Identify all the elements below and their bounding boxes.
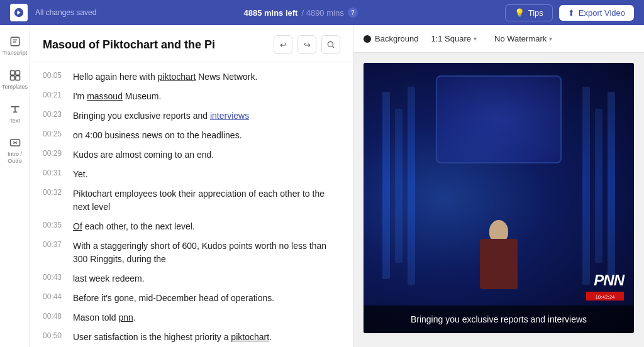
table-row: 00:35 Of each other, to the next level. — [30, 217, 353, 236]
pillar — [395, 109, 402, 263]
transcript-actions: ↩ ↪ — [274, 35, 340, 54]
info-icon[interactable]: ? — [348, 8, 358, 18]
export-label: Export Video — [579, 8, 625, 18]
back-screen — [436, 75, 562, 163]
transcript-link[interactable]: interviews — [210, 111, 249, 121]
mins-left: 4885 mins left — [243, 8, 297, 18]
timestamp: 00:32 — [43, 187, 65, 197]
background-indicator: Background — [364, 34, 418, 43]
transcript-text: I'm massoud Museum. — [73, 90, 161, 103]
transcript-header: Masoud of Piktochart and the Pi ↩ ↪ — [30, 25, 353, 62]
transcript-title: Masoud of Piktochart and the Pi — [43, 38, 267, 52]
timestamp: 00:44 — [43, 292, 65, 301]
transcript-text: With a staggeringly short of 600, Kudos … — [73, 240, 340, 266]
table-row: 00:31 Yet. — [30, 165, 353, 184]
sidebar-text-label: Text — [9, 118, 20, 124]
search-button[interactable] — [321, 35, 340, 54]
sidebar-item-templates[interactable]: Templates — [0, 64, 30, 96]
transcript-text: Hello again here with piktochart News Ne… — [73, 70, 257, 84]
underline-word: piktochart — [231, 332, 269, 342]
svg-rect-6 — [10, 76, 14, 80]
timestamp: 00:43 — [43, 272, 65, 282]
subtitle-text: Bringing you exclusive reports and inter… — [411, 314, 587, 324]
svg-rect-4 — [10, 70, 14, 75]
timestamp: 00:35 — [43, 220, 65, 229]
sidebar-transcript-label: Transcript — [3, 50, 28, 57]
bottom-area — [353, 343, 644, 347]
timestamp: 00:25 — [43, 129, 65, 138]
transcript-text: Of each other, to the next level. — [73, 220, 195, 233]
svg-point-9 — [328, 41, 333, 47]
right-pillars — [582, 75, 615, 295]
aspect-ratio-label: 1:1 Square — [431, 34, 471, 43]
table-row: 00:32 Piktochart employees took their ap… — [30, 184, 353, 217]
left-pillars — [382, 75, 415, 295]
timestamp: 00:05 — [43, 70, 65, 80]
table-row: 00:29 Kudos are almost coming to an end. — [30, 145, 353, 165]
background-label: Background — [375, 34, 418, 43]
timestamp: 00:50 — [43, 331, 65, 340]
timestamp: 00:37 — [43, 240, 65, 249]
timestamp: 00:31 — [43, 168, 65, 177]
timestamp: 00:23 — [43, 109, 65, 119]
right-panel: Background 1:1 Square ▾ No Watermark ▾ — [353, 25, 644, 347]
transcript-text: Kudos are almost coming to an end. — [73, 148, 214, 162]
tips-button[interactable]: 💡 Tips — [505, 4, 553, 21]
chevron-down-icon: ▾ — [549, 35, 552, 42]
tips-icon: 💡 — [514, 8, 525, 18]
topbar-right: 💡 Tips ⬆ Export Video — [505, 4, 634, 21]
svg-line-10 — [333, 47, 335, 48]
transcript-text: on 4:00 business news on to the headline… — [73, 129, 242, 142]
watermark-dropdown[interactable]: No Watermark ▾ — [489, 31, 557, 46]
transcript-body[interactable]: 00:05 Hello again here with piktochart N… — [30, 62, 353, 347]
app-logo — [10, 4, 28, 21]
svg-rect-7 — [15, 76, 19, 80]
tips-label: Tips — [528, 8, 543, 18]
table-row: 00:50 User satisfaction is the highest p… — [30, 328, 353, 347]
bg-color-dot — [364, 35, 371, 43]
subtitle-bar: Bringing you exclusive reports and inter… — [364, 306, 634, 333]
preview-area: PNN 18:42:24 Bringing you exclusive repo… — [353, 53, 644, 343]
topbar-left: All changes saved — [10, 4, 96, 21]
sidebar-item-intro-outro[interactable]: Intro / Outro — [0, 131, 30, 170]
table-row: 00:37 With a staggeringly short of 600, … — [30, 236, 353, 269]
mins-total: / 4890 mins — [301, 8, 343, 18]
sidebar-templates-label: Templates — [2, 84, 28, 91]
transcript-text: last week redeem. — [73, 272, 145, 285]
transcript-text: Before it's gone, mid-December head of o… — [73, 292, 274, 305]
pillar — [382, 92, 390, 279]
sidebar-intro-outro-label: Intro / Outro — [3, 151, 27, 165]
chevron-down-icon: ▾ — [474, 35, 477, 42]
redo-button[interactable]: ↪ — [297, 35, 316, 54]
transcript-text: Mason told pnn. — [73, 311, 136, 324]
table-row: 00:21 I'm massoud Museum. — [30, 87, 353, 106]
pillar — [582, 87, 590, 285]
transcript-text: Bringing you exclusive reports and inter… — [73, 109, 249, 123]
right-toolbar: Background 1:1 Square ▾ No Watermark ▾ — [353, 25, 644, 53]
pillar — [608, 92, 615, 279]
table-row: 00:48 Mason told pnn. — [30, 308, 353, 328]
transcript-text: Piktochart employees took their apprecia… — [73, 187, 340, 214]
table-row: 00:43 last week redeem. — [30, 269, 353, 289]
timestamp: 00:48 — [43, 311, 65, 321]
export-video-button[interactable]: ⬆ Export Video — [559, 5, 634, 21]
transcript-text: User satisfaction is the highest priorit… — [73, 331, 272, 344]
timestamp: 00:29 — [43, 148, 65, 158]
topbar-center: 4885 mins left / 4890 mins ? — [243, 8, 357, 18]
pillar — [408, 87, 415, 285]
undo-button[interactable]: ↩ — [274, 35, 292, 54]
pnn-time: 18:42:24 — [586, 294, 624, 300]
sidebar-item-text[interactable]: Text — [0, 98, 30, 129]
table-row: 00:23 Bringing you exclusive reports and… — [30, 106, 353, 126]
pillar — [595, 109, 602, 263]
export-icon: ⬆ — [568, 8, 575, 18]
underline-word: pnn — [118, 312, 133, 322]
table-row: 00:25 on 4:00 business news on to the he… — [30, 126, 353, 145]
svg-rect-1 — [11, 37, 19, 45]
sidebar-item-transcript[interactable]: Transcript — [0, 30, 30, 62]
transcript-panel: Masoud of Piktochart and the Pi ↩ ↪ 00:0… — [30, 25, 353, 347]
pnn-logo: PNN — [594, 272, 624, 289]
underline-word: Of — [73, 221, 82, 231]
aspect-ratio-dropdown[interactable]: 1:1 Square ▾ — [426, 31, 482, 46]
transcript-text: Yet. — [73, 168, 88, 181]
